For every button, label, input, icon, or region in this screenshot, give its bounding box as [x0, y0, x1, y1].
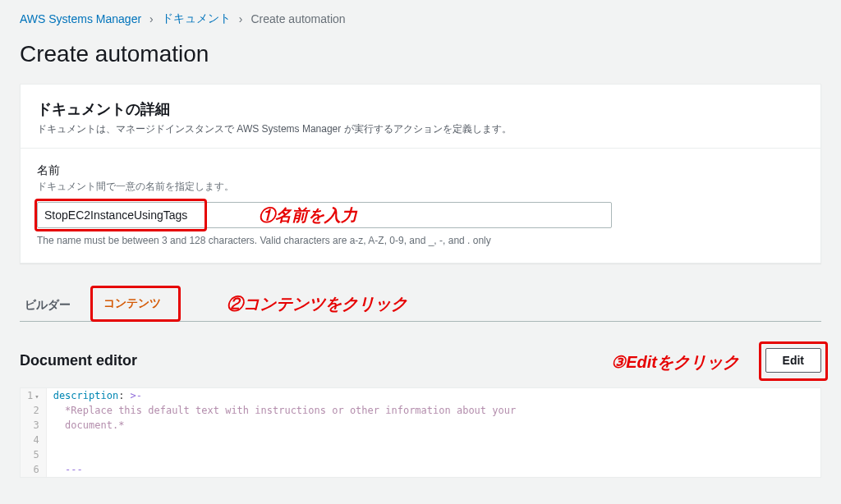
document-details-panel: ドキュメントの詳細 ドキュメントは、マネージドインスタンスで AWS Syste… [20, 84, 821, 263]
tab-contents[interactable]: コンテンツ [99, 288, 166, 322]
annotation-3: ③Editをクリック [611, 351, 739, 373]
editor-title: Document editor [20, 352, 137, 369]
panel-description: ドキュメントは、マネージドインスタンスで AWS Systems Manager… [37, 122, 804, 136]
annotation-2: ②コンテンツをクリック [227, 293, 407, 315]
breadcrumb-documents[interactable]: ドキュメント [162, 11, 231, 26]
panel-title: ドキュメントの詳細 [37, 99, 804, 119]
annotation-1: ①名前を入力 [259, 204, 357, 227]
tab-builder[interactable]: ビルダー [20, 290, 76, 321]
tab-contents-label: コンテンツ [103, 296, 161, 309]
code-editor[interactable]: 123456 description: >- *Replace this def… [20, 387, 821, 478]
name-label: 名前 [37, 163, 804, 178]
chevron-right-icon: › [149, 12, 154, 25]
chevron-right-icon: › [239, 12, 243, 25]
name-hint: ドキュメント間で一意の名前を指定します。 [37, 180, 804, 194]
document-editor-section: Document editor ③Editをクリック Edit 123456 d… [20, 348, 821, 478]
breadcrumb: AWS Systems Manager › ドキュメント › Create au… [0, 0, 841, 34]
edit-button[interactable]: Edit [765, 348, 821, 373]
tabs: ビルダー コンテンツ ②コンテンツをクリック [20, 288, 821, 322]
breadcrumb-root[interactable]: AWS Systems Manager [20, 12, 141, 25]
breadcrumb-current: Create automation [250, 12, 345, 25]
name-rule: The name must be between 3 and 128 chara… [37, 235, 804, 246]
page-title: Create automation [0, 34, 841, 84]
code-content: description: >- *Replace this default te… [47, 388, 523, 477]
code-gutter: 123456 [21, 388, 47, 477]
